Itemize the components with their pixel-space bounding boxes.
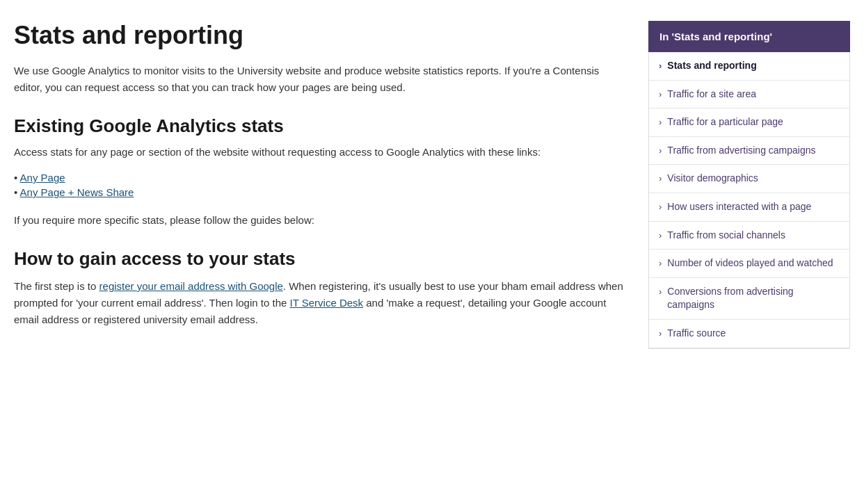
chevron-right-icon: › (659, 229, 662, 242)
intro-text: We use Google Analytics to monitor visit… (14, 63, 627, 96)
sidebar-header: In 'Stats and reporting' (648, 21, 850, 52)
register-google-link[interactable]: register your email address with Google (99, 280, 283, 292)
sidebar-item-label: Traffic from advertising campaigns (667, 144, 840, 158)
chevron-right-icon: › (659, 145, 662, 157)
section2-heading: How to gain access to your stats (14, 248, 627, 270)
chevron-right-icon: › (659, 88, 662, 101)
chevron-right-icon: › (659, 327, 662, 340)
page-title: Stats and reporting (14, 21, 627, 50)
chevron-right-icon: › (659, 201, 662, 213)
sidebar-item-label: Conversions from advertising campaigns (667, 285, 840, 312)
sidebar-item-traffic-social[interactable]: › Traffic from social channels (649, 222, 849, 250)
sidebar-item-label: How users interacted with a page (667, 200, 840, 214)
chevron-right-icon: › (659, 172, 662, 185)
chevron-right-icon: › (659, 116, 662, 129)
gain-access-text-before: The first step is to (14, 280, 99, 292)
sidebar-item-label: Visitor demographics (667, 172, 840, 186)
sidebar-item-stats-reporting[interactable]: › Stats and reporting (649, 52, 849, 81)
sidebar-item-label: Traffic source (667, 327, 840, 341)
chevron-right-icon: › (659, 257, 662, 270)
sidebar-item-label: Traffic for a particular page (667, 115, 840, 129)
sidebar-item-label: Traffic from social channels (667, 229, 840, 243)
analytics-links: Any Page Any Page + News Share (14, 170, 627, 200)
sidebar-item-traffic-advertising[interactable]: › Traffic from advertising campaigns (649, 137, 849, 165)
sidebar-item-user-interaction[interactable]: › How users interacted with a page (649, 193, 849, 222)
sidebar-nav: › Stats and reporting › Traffic for a si… (648, 52, 850, 349)
sidebar-item-traffic-site-area[interactable]: › Traffic for a site area (649, 81, 849, 109)
sidebar-item-visitor-demographics[interactable]: › Visitor demographics (649, 165, 849, 193)
sidebar: In 'Stats and reporting' › Stats and rep… (648, 21, 850, 349)
sidebar-item-label: Number of videos played and watched (667, 257, 840, 270)
list-item: Any Page (14, 170, 627, 185)
chevron-right-icon: › (659, 286, 662, 298)
any-page-link[interactable]: Any Page (20, 172, 65, 184)
section1-text: Access stats for any page or section of … (14, 144, 627, 161)
it-service-desk-link[interactable]: IT Service Desk (290, 297, 364, 309)
gain-access-text: The first step is to register your email… (14, 278, 627, 328)
sidebar-item-label: Traffic for a site area (667, 88, 840, 101)
sidebar-item-conversions-advertising[interactable]: › Conversions from advertising campaigns (649, 278, 849, 320)
sidebar-item-videos-played[interactable]: › Number of videos played and watched (649, 250, 849, 278)
main-content: Stats and reporting We use Google Analyt… (14, 21, 627, 349)
list-item: Any Page + News Share (14, 185, 627, 200)
any-page-news-share-link[interactable]: Any Page + News Share (20, 186, 134, 198)
section1-heading: Existing Google Analytics stats (14, 115, 627, 137)
sidebar-item-traffic-particular-page[interactable]: › Traffic for a particular page (649, 108, 849, 137)
chevron-right-icon: › (659, 60, 662, 72)
sidebar-item-traffic-source[interactable]: › Traffic source (649, 320, 849, 348)
sidebar-item-label: Stats and reporting (667, 59, 840, 73)
specific-stats-text: If you require more specific stats, plea… (14, 212, 627, 229)
